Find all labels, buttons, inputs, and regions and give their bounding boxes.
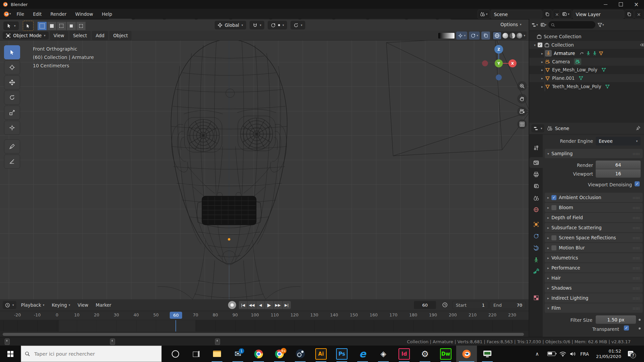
properties-path-dropdown[interactable]: ▾ <box>531 124 544 132</box>
minimize-button[interactable] <box>598 0 613 9</box>
chrome-button[interactable] <box>248 346 269 362</box>
tool-measure[interactable] <box>4 155 20 169</box>
tool-annotate[interactable] <box>4 139 20 154</box>
mode-dropdown[interactable]: Object Mode▾ <box>3 32 49 40</box>
section-depth-of-field[interactable]: ▸Depth of Field::::: <box>545 213 643 222</box>
pan-view-button[interactable] <box>517 94 527 104</box>
tool-select-box[interactable] <box>4 45 20 59</box>
select-tool-button[interactable] <box>23 21 34 31</box>
outliner-row-camera[interactable]: ▸ Camera <box>529 58 644 66</box>
outliner-row-teeth-mesh[interactable]: ▸ Teeth_Mesh_Low_Poly <box>529 82 644 90</box>
section-subsurface-scattering[interactable]: ▸Subsurface Scattering::::: <box>545 223 643 232</box>
viewport-denoising-checkbox[interactable]: ✓ <box>635 181 640 186</box>
timeline-menu-marker[interactable]: Marker <box>93 302 114 308</box>
illustrator-button[interactable]: Ai <box>311 346 331 362</box>
show-gizmo-toggle[interactable]: ▾ <box>456 32 467 40</box>
axis-z-ball[interactable]: Z <box>494 45 503 54</box>
menu-render[interactable]: Render <box>46 9 71 19</box>
file-explorer-button[interactable] <box>207 346 227 362</box>
timeline-menu-view[interactable]: View <box>75 302 91 308</box>
proportional-edit-dropdown[interactable]: ▾ <box>268 21 287 29</box>
ssr-checkbox[interactable] <box>551 235 556 240</box>
section-shadows[interactable]: ▸Shadows::::: <box>545 283 643 293</box>
auto-keying-icon[interactable] <box>442 302 448 308</box>
motion-blur-checkbox[interactable] <box>551 245 556 250</box>
action-center-button[interactable]: 7 <box>628 346 635 362</box>
axis-y-ball[interactable]: Y <box>495 59 503 67</box>
active-tool-dropdown[interactable]: ▾ <box>3 21 19 30</box>
outliner-row-scene-collection[interactable]: Scene Collection <box>529 33 644 41</box>
select-mode-set[interactable] <box>38 22 47 30</box>
menu-file[interactable]: File <box>12 9 29 19</box>
scrollbar-thumb[interactable] <box>3 333 524 336</box>
transparent-checkbox[interactable]: ✓ <box>624 325 629 330</box>
hide-eye-icon[interactable] <box>640 42 644 48</box>
tab-constraints[interactable] <box>529 231 543 241</box>
tab-tool[interactable] <box>529 142 543 153</box>
camera-view-button[interactable] <box>517 107 527 116</box>
scene-browse-button[interactable]: ▾ <box>478 10 490 19</box>
shading-solid-button[interactable] <box>502 33 508 39</box>
section-volumetrics[interactable]: ▸Volumetrics::::: <box>545 253 643 262</box>
tool-scale[interactable] <box>4 106 20 120</box>
timeline-scrollbar[interactable] <box>0 332 529 337</box>
volume-icon[interactable] <box>570 346 576 362</box>
section-sampling[interactable]: ▾Sampling ::::: <box>545 149 643 158</box>
cortana-button[interactable] <box>165 346 186 362</box>
jump-to-start-button[interactable]: |◀ <box>239 301 247 309</box>
viewport-menu-add[interactable]: Add <box>92 31 108 40</box>
select-mode-invert[interactable] <box>67 22 76 30</box>
outliner-scene-mode-icon[interactable]: ▾ <box>540 22 547 27</box>
maximize-button[interactable] <box>613 0 629 9</box>
section-ambient-occlusion[interactable]: ▸✓ Ambient Occlusion::::: <box>545 193 643 202</box>
keyframe-dot-icon[interactable] <box>639 327 641 329</box>
axis-z-negative-ball[interactable] <box>496 74 502 80</box>
next-keyframe-button[interactable]: ▶▶ <box>274 301 282 309</box>
close-button[interactable]: × <box>629 0 644 9</box>
perspective-toggle-button[interactable] <box>517 119 527 129</box>
taskbar-search[interactable] <box>21 346 162 362</box>
xray-toggle[interactable] <box>481 32 490 40</box>
viewport-3d[interactable]: Object Mode▾ View Select Add Object ▾ ▾ <box>0 31 529 299</box>
clock[interactable]: 01:52 21/05/2020 <box>594 346 621 362</box>
view-layer-remove-button[interactable]: × <box>635 10 643 19</box>
tool-rotate[interactable] <box>4 90 20 105</box>
collection-checkbox[interactable]: ✓ <box>538 43 542 47</box>
pin-icon[interactable] <box>635 125 641 131</box>
battery-icon[interactable] <box>547 346 555 362</box>
tab-physics[interactable] <box>529 243 543 253</box>
section-motion-blur[interactable]: ▸ Motion Blur::::: <box>545 243 643 252</box>
keyframe-dot-icon[interactable] <box>639 319 641 321</box>
tab-render[interactable] <box>529 157 543 168</box>
unity-button[interactable]: ◈ <box>373 346 394 362</box>
tray-chevron[interactable]: ∧ <box>535 346 539 362</box>
zoom-view-button[interactable] <box>517 81 527 91</box>
section-hair[interactable]: ▸Hair::::: <box>545 273 643 283</box>
dreamweaver-button[interactable]: Dw <box>435 346 456 362</box>
timeline-menu-keying[interactable]: Keying▾ <box>49 302 73 308</box>
axis-x-ball[interactable]: X <box>508 59 517 67</box>
outliner-display-mode-icon[interactable]: ▾ <box>531 22 538 27</box>
filter-size-field[interactable]: 1.50 px <box>596 315 636 324</box>
tool-move[interactable] <box>4 75 20 89</box>
viewport-menu-view[interactable]: View <box>50 31 68 40</box>
section-screen-space-reflections[interactable]: ▸ Screen Space Reflections::::: <box>545 233 643 242</box>
blender-menu-icon[interactable]: ▾ <box>3 11 11 17</box>
select-mode-subtract[interactable] <box>57 22 66 30</box>
play-button[interactable]: ▶ <box>265 301 273 309</box>
transform-orientation-dropdown[interactable]: Global▾ <box>215 21 246 29</box>
bloom-checkbox[interactable] <box>551 205 556 210</box>
task-view-button[interactable] <box>186 346 207 362</box>
outliner-search-input[interactable] <box>548 21 595 28</box>
tool-transform[interactable] <box>4 121 20 135</box>
start-button[interactable] <box>0 346 21 362</box>
editor-type-dropdown[interactable]: ▾ <box>3 301 16 309</box>
view-layer-new-button[interactable] <box>625 10 634 19</box>
tab-scene[interactable] <box>529 193 543 203</box>
end-frame-field[interactable]: End 70 <box>490 301 526 309</box>
timeline-menu-playback[interactable]: Playback▾ <box>18 302 47 308</box>
mail-button[interactable]: ✉ 1 <box>227 346 248 362</box>
tab-view-layer[interactable] <box>529 181 543 191</box>
tab-output[interactable] <box>529 169 543 180</box>
sampling-viewport-field[interactable]: 16 <box>596 169 641 178</box>
